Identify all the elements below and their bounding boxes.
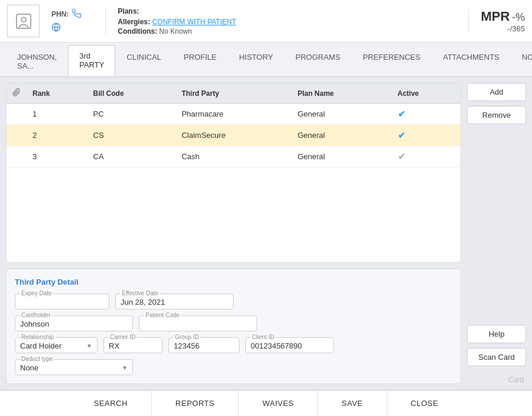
effective-date-field[interactable]: Effective Date [115,294,233,309]
mpr-days: -/365 [481,24,525,33]
row-1-plan-name: General [291,104,391,125]
carrier-id-field[interactable]: Carrier ID [103,337,163,353]
plans-section: Plans: Allergies: CONFIRM WITH PATIENT C… [105,7,236,36]
row-2-plan-name: General [291,125,391,146]
deduct-type-chevron-icon: ▼ [122,365,128,371]
tab-clinical[interactable]: CLINICAL [115,46,173,76]
carrier-id-label: Carrier ID [109,334,137,340]
tab-preferences[interactable]: PREFERENCES [352,46,432,76]
col-third-party: Third Party [176,83,291,104]
third-party-detail: Third Party Detail Expiry Date Effective… [6,269,461,384]
client-id-input[interactable] [251,341,329,350]
cardholder-field[interactable]: Cardholder [15,315,133,331]
tab-profile[interactable]: PROFILE [173,46,228,76]
relationship-select[interactable]: Card Holder [20,341,86,350]
row-1-active: ✔ [392,104,460,125]
deduct-type-label: Deduct type [20,356,54,362]
col-plan-name: Plan Name [291,83,391,104]
group-id-label: Group ID [174,334,200,340]
footer: SEARCH REPORTS WAIVES SAVE CLOSE [0,390,532,416]
row-1-rank: 1 [27,104,87,125]
allergies-value[interactable]: CONFIRM WITH PATIENT [152,18,236,26]
tab-history[interactable]: HISTORY [228,46,284,76]
row-3-third-party: Cash [176,146,291,167]
expiry-date-field[interactable]: Expiry Date [15,294,109,309]
close-button[interactable]: CLOSE [387,391,462,416]
effective-date-label: Effective Date [121,290,160,296]
add-button[interactable]: Add [467,83,526,101]
cardholder-label: Cardholder [20,312,51,318]
mpr-section: MPR -% -/365 [468,9,525,33]
tab-johnson[interactable]: JOHNSON, SA... [6,46,68,76]
row-3-active: ✔ [392,146,460,167]
row-2-third-party: ClaimSecure [176,125,291,146]
conditions-row: Conditions: No Known [118,27,236,36]
effective-date-input[interactable] [121,298,228,307]
tab-bar: JOHNSON, SA... 3rd PARTY CLINICAL PROFIL… [0,43,532,77]
waives-button[interactable]: WAIVES [239,391,318,416]
detail-row-3: Relationship Card Holder ▼ Carrier ID Gr… [15,337,452,353]
row-3-bill-code: CA [87,146,176,167]
scan-card-button[interactable]: Scan Card [467,348,526,366]
row-1-third-party: Pharmacare [176,104,291,125]
row-1-attach [7,104,27,125]
tab-notes[interactable]: NOTES [511,46,532,76]
col-rank: Rank [27,83,87,104]
detail-row-1: Expiry Date Effective Date [15,294,452,309]
detail-row-4: Deduct type None ▼ [15,359,452,375]
patient-photo [7,5,40,37]
save-button[interactable]: SAVE [318,391,387,416]
table-row[interactable]: 1 PC Pharmacare General ✔ [7,104,460,125]
help-button[interactable]: Help [467,325,526,343]
search-button[interactable]: SEARCH [70,391,152,416]
sidebar: Add Remove Help Scan Card Card [467,83,526,384]
deduct-type-select[interactable]: None [20,363,119,372]
carrier-id-input[interactable] [109,341,157,350]
cardholder-input[interactable] [20,320,128,328]
tab-programs[interactable]: PROGRAMS [284,46,352,76]
svg-rect-0 [17,14,31,28]
col-attach [7,83,27,104]
main-area: Rank Bill Code Third Party Plan Name Act… [0,77,532,390]
relationship-label: Relationship [20,334,55,340]
row-3-attach [7,146,27,167]
row-1-bill-code: PC [87,104,176,125]
third-party-table-section: Rank Bill Code Third Party Plan Name Act… [6,83,461,263]
deduct-type-field[interactable]: Deduct type None ▼ [15,359,133,375]
conditions-label: Conditions: [118,27,157,36]
patient-code-field[interactable]: Patient Code [139,315,257,331]
group-id-field[interactable]: Group ID [168,337,239,353]
col-active: Active [392,83,460,104]
phone-icon [72,9,82,20]
relationship-chevron-icon: ▼ [86,343,92,349]
mpr-label: MPR [481,9,510,24]
plans-label: Plans: [118,7,236,15]
detail-row-2: Cardholder Patient Code [15,315,452,331]
conditions-value: No Known [159,27,192,36]
relationship-field[interactable]: Relationship Card Holder ▼ [15,337,98,353]
detail-title: Third Party Detail [15,278,452,286]
client-id-field[interactable]: Client ID [245,337,334,353]
globe-icon [51,22,61,34]
expiry-date-label: Expiry Date [20,290,53,296]
mpr-value: -% [512,11,525,23]
table-row[interactable]: 3 CA Cash General ✔ [7,146,460,167]
phn-label: PHN: [51,10,69,18]
table-row[interactable]: 2 CS ClaimSecure General ✔ [7,125,460,146]
remove-button[interactable]: Remove [467,106,526,124]
group-id-input[interactable] [174,341,234,350]
row-3-rank: 3 [27,146,87,167]
row-2-active: ✔ [392,125,460,146]
row-3-plan-name: General [291,146,391,167]
allergies-label: Allergies: [118,18,150,26]
patient-code-input[interactable] [144,320,252,328]
tab-3rd-party[interactable]: 3rd PARTY [68,45,115,76]
card-label: Card [467,376,526,384]
reports-button[interactable]: REPORTS [152,391,239,416]
row-2-bill-code: CS [87,125,176,146]
header: PHN: Plans: Allergies: CONFIRM WITH PATI… [0,0,532,43]
patient-code-label: Patient Code [144,312,181,318]
expiry-date-input[interactable] [20,298,104,307]
row-2-attach [7,125,27,146]
tab-attachments[interactable]: ATTACHMENTS [432,46,511,76]
